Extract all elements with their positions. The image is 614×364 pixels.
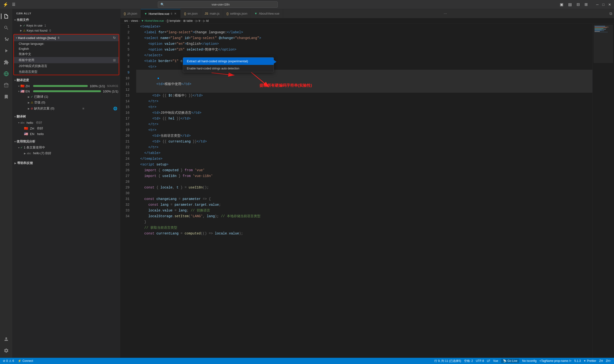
translated-item[interactable]: ▶ ✓ 已翻译 (1): [13, 94, 120, 100]
search-input[interactable]: [166, 3, 275, 6]
menu-icon[interactable]: ≡: [81, 106, 85, 111]
refresh-icon[interactable]: ↻: [112, 35, 117, 40]
expand-icon: ▶: [28, 107, 30, 110]
code-line-14: <td> {{ hel }}</td>: [136, 116, 610, 121]
breadcrumb-template[interactable]: {} template: [167, 19, 180, 23]
breadcrumb-tr[interactable]: ▷ tr: [196, 19, 200, 23]
customize-layout[interactable]: ⊞: [584, 1, 588, 8]
menu-icon[interactable]: ☰: [12, 2, 15, 7]
usage-analysis-header[interactable]: ▾ 使用情况分析: [13, 138, 120, 145]
status-zh-variant[interactable]: ZH↑: [606, 359, 611, 363]
status-tsconfig[interactable]: No tsconfig: [522, 359, 537, 363]
code-content[interactable]: <template> <label for="lang-select">Chan…: [132, 24, 614, 358]
minimize-button[interactable]: ─: [596, 3, 599, 6]
status-line-ending[interactable]: LF: [487, 359, 490, 363]
breadcrumb-table[interactable]: ⊞ table: [183, 19, 193, 23]
more-tabs-button[interactable]: ⋯: [442, 12, 449, 15]
status-position[interactable]: 行 9, 列 11 (已选择5): [434, 359, 461, 363]
status-zh[interactable]: ZH: [599, 359, 603, 363]
explorer-activity-icon[interactable]: [1, 11, 12, 22]
settings-activity-icon[interactable]: [1, 345, 12, 356]
hard-coded-item-1[interactable]: English: [14, 46, 119, 51]
tab-aboutview-vue[interactable]: ▼ AboutView.vue: [251, 9, 283, 18]
hard-coded-item-0[interactable]: Change language:: [14, 41, 119, 46]
usage-in-use[interactable]: ▾ ✓ 1 条文案使用中: [13, 145, 120, 150]
activity-bar: [0, 9, 13, 358]
status-version[interactable]: 5.1.3: [574, 359, 581, 363]
missing-item[interactable]: ▶ ⊘ 缺失的文案 (0) ≡ 🌐: [13, 105, 120, 112]
code-line-34: const currentLang = computed(() => local…: [136, 231, 610, 236]
hard-coded-item-5[interactable]: 当前语言类型: [14, 69, 119, 75]
en-translation: hello: [37, 132, 44, 136]
search-activity-icon[interactable]: [1, 23, 12, 33]
current-file-section[interactable]: ▾ 当前文件: [13, 17, 120, 23]
expand-icon: ▶: [20, 24, 22, 27]
chevron-down-icon: ▾: [18, 121, 19, 124]
extract-all-button[interactable]: Extract all hard-coded strings (experime…: [183, 57, 274, 65]
status-tagname[interactable]: <TagName prop-name />: [539, 359, 571, 363]
sidebar-toggle[interactable]: ▣: [559, 1, 564, 8]
zh-lang-row[interactable]: ▾ 🇨🇳 ZH 100% (1/1) SOURCE: [13, 83, 120, 89]
status-language[interactable]: Vue: [493, 359, 498, 363]
title-search-box[interactable]: 🔍: [158, 1, 278, 8]
test-activity-icon[interactable]: [1, 80, 12, 91]
help-header[interactable]: ▶ 帮助和反馈: [13, 160, 120, 166]
globe-icon[interactable]: 🌐: [112, 106, 118, 111]
keys-not-found-item[interactable]: ▶ ⚠ Keys not found 0: [13, 28, 120, 33]
tab-main-js[interactable]: JS main.js: [201, 9, 223, 18]
status-encoding[interactable]: UTF-8: [476, 359, 484, 363]
breadcrumb-src[interactable]: src: [124, 19, 128, 23]
close-button[interactable]: ✕: [608, 3, 611, 6]
account-activity-icon[interactable]: [1, 334, 12, 344]
status-connect[interactable]: ⚡ Connect: [18, 359, 33, 363]
edit-icon[interactable]: ⊞: [112, 58, 117, 63]
en-code: EN: [26, 90, 31, 93]
hard-coded-item-2[interactable]: 简体中文: [14, 51, 119, 57]
sidebar: I18N ALLY ▾ 当前文件 ▶ ✓ Keys in use 1 ▶ ⚠ K…: [13, 9, 120, 358]
breadcrumb-file[interactable]: ▼ HomeView.vue: [141, 19, 164, 23]
bookmark-activity-icon[interactable]: [1, 91, 12, 102]
enable-auto-detect-option[interactable]: Enable hard-coded strings auto detection: [183, 65, 274, 72]
hard-coded-item-4[interactable]: JS中响应式切换语言: [14, 63, 119, 69]
layout-icon[interactable]: ⊟: [576, 1, 581, 8]
status-errors[interactable]: ⊘ 0 ⚠ 6: [3, 359, 14, 363]
usage-hello-item[interactable]: ▶ abc hello (7) 你好: [13, 150, 120, 156]
en-lang-row[interactable]: ▾ 🇺🇸 EN 100% (1/1): [13, 89, 120, 94]
usage-count-label: 1 条文案使用中: [24, 145, 45, 150]
translation-progress-header[interactable]: ▾ 翻译进度: [13, 77, 120, 83]
keys-in-use-item[interactable]: ▶ ✓ Keys in use 1: [13, 23, 120, 28]
tab-zh-json[interactable]: {} zh.json: [120, 9, 141, 18]
prettier-icon: ✦: [584, 359, 586, 363]
tab-close-button[interactable]: ✕: [174, 12, 177, 16]
tab-homeview-vue[interactable]: ▼ HomeView.vue 6 ✕: [141, 9, 181, 18]
i18n-ally-activity-icon[interactable]: [1, 68, 12, 79]
breadcrumb-views[interactable]: views: [131, 19, 138, 23]
code-line-15: </tr>: [136, 121, 610, 127]
status-spaces[interactable]: 空格: 2: [464, 359, 473, 363]
status-golive[interactable]: 📡 Go Live: [501, 359, 519, 363]
tab-en-json[interactable]: {} en.json: [181, 9, 201, 18]
tabs-bar: {} zh.json ▼ HomeView.vue 6 ✕ {} en.json…: [120, 9, 614, 18]
tab-settings-json[interactable]: {} settings.json: [223, 9, 251, 18]
hard-coded-item-3[interactable]: 模板中使用 ⊞: [14, 57, 119, 63]
panel-toggle[interactable]: ▤: [567, 1, 573, 8]
maximize-button[interactable]: □: [602, 3, 604, 6]
code-editor[interactable]: 12345 678 9 1011121314 1516171819 202122…: [120, 24, 614, 358]
source-control-activity-icon[interactable]: [1, 34, 12, 45]
translation-tree-header[interactable]: ▾ 翻译树: [13, 114, 120, 120]
en-progress-bar: [33, 90, 101, 92]
hello-en-item[interactable]: 🇺🇸 EN hello: [13, 131, 120, 136]
check-icon: ✓: [20, 146, 23, 149]
code-line-32: }: [136, 219, 610, 225]
hello-zh-item[interactable]: 🇨🇳 ZH 你好: [13, 126, 120, 131]
breadcrumb-td[interactable]: ▷ td: [203, 19, 209, 23]
extensions-activity-icon[interactable]: [1, 57, 12, 67]
empty-item[interactable]: ▶ ⚠ 空值 (0): [13, 100, 120, 105]
translation-label: 翻译进度: [16, 78, 29, 82]
status-prettier[interactable]: ✦ Prettier: [584, 359, 596, 363]
tab-zh-json-label: zh.json: [127, 12, 137, 15]
translation-tree-hello[interactable]: ▾ abc hello 你好: [13, 120, 120, 126]
run-activity-icon[interactable]: [1, 46, 12, 56]
tab-layout-icon[interactable]: ⧉: [608, 12, 614, 16]
hard-coded-header[interactable]: ▾ Hard-coded strings [beta] 6 ↻: [14, 35, 119, 41]
